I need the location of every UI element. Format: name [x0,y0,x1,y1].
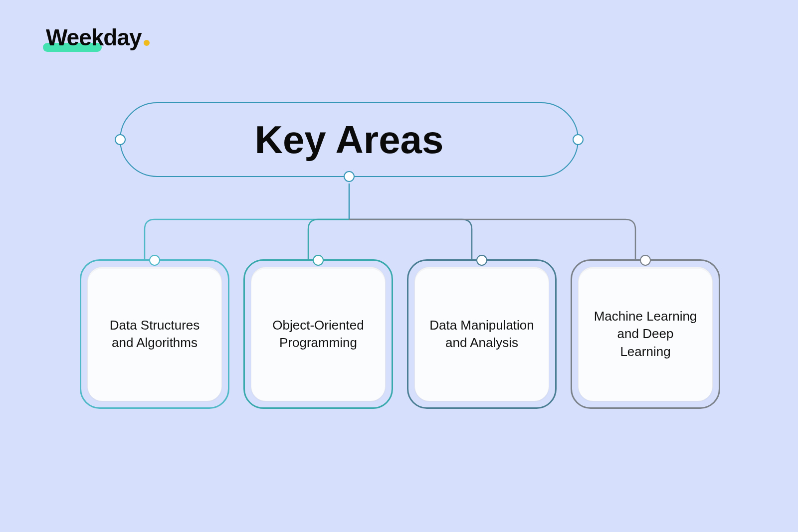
diagram-node-label: Data Structures and Algorithms [100,317,209,352]
diagram-root-node: Key Areas [120,102,579,177]
diagram-node-inner: Object-Oriented Programming [251,267,386,401]
brand-logo-text: Weekday [46,26,142,49]
brand-logo-label: Weekday [46,24,142,50]
diagram-node-label: Machine Learning and Deep Learning [591,308,700,360]
connector-dot-icon [640,255,651,266]
diagram-node-label: Object-Oriented Programming [263,317,373,352]
diagram-root-title: Key Areas [255,117,444,163]
connector-dot-icon [344,171,355,182]
diagram-node-inner: Machine Learning and Deep Learning [578,267,713,401]
connector-dot-icon [149,255,160,266]
diagram-node-inner: Data Manipulation and Analysis [414,267,549,401]
connector-dot-icon [573,134,584,145]
brand-logo: Weekday [46,26,150,49]
diagram-node-inner: Data Structures and Algorithms [87,267,222,401]
diagram-children-row: Data Structures and Algorithms Object-Or… [80,259,720,409]
diagram-node-oop: Object-Oriented Programming [243,259,393,409]
brand-logo-dot-icon [144,40,150,46]
diagram-node-data-structures: Data Structures and Algorithms [80,259,229,409]
connector-dot-icon [313,255,324,266]
diagram-node-ml-dl: Machine Learning and Deep Learning [571,259,720,409]
connector-dot-icon [476,255,487,266]
diagram-node-data-manipulation: Data Manipulation and Analysis [407,259,557,409]
connector-dot-icon [115,134,126,145]
diagram-node-label: Data Manipulation and Analysis [427,317,537,352]
